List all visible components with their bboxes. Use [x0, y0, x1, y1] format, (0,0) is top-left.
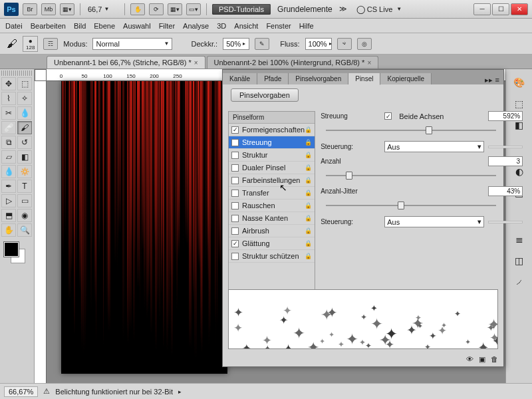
tab-close-icon[interactable]: × — [367, 59, 371, 66]
tab-pinsel[interactable]: Pinsel — [348, 73, 380, 85]
history-brush-tool[interactable]: ↺ — [17, 136, 32, 149]
type-tool[interactable]: T — [17, 180, 32, 193]
count-value[interactable]: 3 — [488, 156, 523, 166]
hand-icon[interactable]: ✋ — [130, 3, 145, 15]
checkbox[interactable] — [231, 152, 239, 159]
lock-icon[interactable]: 🔒 — [305, 139, 312, 146]
tab-kopierquelle[interactable]: Kopierquelle — [380, 73, 432, 84]
scatter-slider[interactable] — [326, 125, 496, 136]
maximize-button[interactable]: ☐ — [492, 3, 509, 15]
lock-icon[interactable]: 🔒 — [305, 215, 312, 221]
brush-preset-picker[interactable]: ●128 — [23, 36, 38, 52]
canvas[interactable] — [61, 81, 227, 374]
close-button[interactable]: ✕ — [511, 3, 528, 15]
menu-analyse[interactable]: Analyse — [183, 22, 209, 30]
new-preset-icon[interactable]: ▣ — [479, 355, 485, 364]
color-swatches[interactable] — [1, 242, 28, 269]
zoom-tool[interactable]: 🔍 — [17, 223, 32, 237]
eyedropper-tool[interactable]: 💧 — [17, 106, 32, 120]
3d-tool[interactable]: ⬒ — [1, 209, 16, 222]
rotate-icon[interactable]: ⟳ — [149, 3, 164, 15]
menu-fenster[interactable]: Fenster — [266, 22, 291, 30]
menu-bearbeiten[interactable]: Bearbeiten — [31, 22, 66, 30]
lock-icon[interactable]: 🔒 — [305, 190, 312, 196]
toggle-preview-icon[interactable]: 👁 — [466, 355, 473, 364]
flow-input[interactable]: 100%▸ — [305, 38, 332, 50]
workspace-label[interactable]: PSD-Tutorials — [212, 4, 271, 15]
status-zoom[interactable]: 66,67% — [4, 386, 38, 397]
path-select-tool[interactable]: ▷ — [1, 194, 16, 207]
brush-option-formeigenschaften[interactable]: Formeigenschaften🔒 — [229, 124, 315, 136]
checkbox[interactable] — [231, 215, 239, 222]
count-slider[interactable] — [326, 170, 496, 181]
brush-option-farbeinstellungen[interactable]: Farbeinstellungen🔒 — [229, 174, 315, 187]
bridge-icon[interactable]: Br — [23, 3, 37, 15]
brush-option-streuung[interactable]: Streuung🔒 — [229, 136, 315, 149]
checkbox[interactable] — [231, 139, 239, 146]
trash-icon[interactable]: 🗑 — [491, 355, 498, 364]
brush-option-transfer[interactable]: Transfer🔒 — [229, 187, 315, 200]
blur-tool[interactable]: 💧 — [1, 165, 16, 178]
scatter-value[interactable]: 592% — [488, 111, 523, 121]
magic-wand-tool[interactable]: ✧ — [17, 92, 32, 105]
screenmode-icon[interactable]: ▭▾ — [186, 3, 201, 15]
mode-select[interactable]: Normal▼ — [92, 38, 172, 50]
lasso-tool[interactable]: ⌇ — [1, 92, 16, 105]
cslive-button[interactable]: ◯CS Live▼ — [356, 5, 402, 14]
checkbox[interactable] — [231, 177, 239, 184]
foreground-color[interactable] — [4, 242, 19, 257]
checkbox[interactable] — [231, 164, 239, 172]
tab-pfade[interactable]: Pfade — [257, 73, 289, 84]
brush-tip-header[interactable]: Pinselform — [229, 112, 315, 124]
control-select[interactable]: Aus▾ — [384, 141, 484, 152]
gradient-tool[interactable]: ◧ — [17, 150, 32, 164]
hand-tool[interactable]: ✋ — [1, 223, 16, 237]
brush-option-glättung[interactable]: Glättung🔒 — [229, 237, 315, 250]
menu-bild[interactable]: Bild — [74, 22, 86, 30]
both-axes-checkbox[interactable] — [384, 112, 392, 120]
menu-hilfe[interactable]: Hilfe — [299, 22, 314, 30]
count-jitter-value[interactable]: 43% — [488, 186, 523, 196]
lock-icon[interactable]: 🔒 — [305, 227, 312, 234]
airbrush-icon[interactable]: ༄ — [337, 38, 352, 50]
menu-auswahl[interactable]: Auswahl — [123, 22, 151, 30]
tab-kanaele[interactable]: Kanäle — [223, 73, 257, 84]
menu-ebene[interactable]: Ebene — [94, 22, 115, 30]
dodge-tool[interactable]: 🔅 — [17, 165, 32, 178]
lock-icon[interactable]: 🔒 — [305, 152, 312, 158]
ruler-vertical[interactable] — [35, 81, 47, 386]
panel-menu-icon[interactable]: ≡ — [495, 76, 499, 84]
workspace-secondary[interactable]: Grundelemente — [277, 5, 332, 14]
eraser-tool[interactable]: ▱ — [1, 150, 16, 164]
checkbox[interactable] — [231, 202, 239, 209]
color-panel-icon[interactable]: 🎨 — [511, 74, 527, 90]
count-jitter-slider[interactable] — [326, 200, 496, 211]
brush-option-rauschen[interactable]: Rauschen🔒 — [229, 200, 315, 212]
tab-pinselvorgaben[interactable]: Pinselvorgaben — [289, 73, 348, 84]
marquee-tool[interactable]: ⬚ — [17, 77, 32, 90]
pen-tool[interactable]: ✒ — [1, 180, 16, 193]
crop-tool[interactable]: ✂ — [1, 106, 16, 120]
brush-option-struktur-schützen[interactable]: Struktur schützen🔒 — [229, 250, 315, 263]
checkbox[interactable] — [231, 126, 239, 134]
move-tool[interactable]: ✥ — [1, 77, 16, 90]
opacity-input[interactable]: 50%▸ — [223, 38, 249, 50]
preset-button[interactable]: Pinselvorgaben — [231, 88, 299, 102]
lock-icon[interactable]: 🔒 — [305, 164, 312, 171]
menu-filter[interactable]: Filter — [159, 22, 175, 30]
checkbox[interactable] — [231, 240, 239, 247]
brush-option-nasse-kanten[interactable]: Nasse Kanten🔒 — [229, 212, 315, 225]
control2-select[interactable]: Aus▾ — [384, 216, 484, 227]
menu-datei[interactable]: Datei — [5, 22, 23, 30]
lock-icon[interactable]: 🔒 — [305, 253, 312, 259]
3d-camera-tool[interactable]: ◉ — [17, 209, 32, 222]
brush-option-airbrush[interactable]: Airbrush🔒 — [229, 225, 315, 237]
brush-tool[interactable]: 🖌 — [17, 121, 32, 134]
ruler-origin[interactable] — [35, 69, 47, 81]
arrange-icon[interactable]: ▦▾ — [168, 3, 182, 15]
workspace-chevron-icon[interactable]: ≫ — [339, 5, 347, 13]
checkbox[interactable] — [231, 253, 239, 260]
healing-tool[interactable]: 🩹 — [1, 121, 16, 134]
expand-icon[interactable]: ▸▸ — [485, 76, 493, 84]
brush-option-struktur[interactable]: Struktur🔒 — [229, 149, 315, 162]
